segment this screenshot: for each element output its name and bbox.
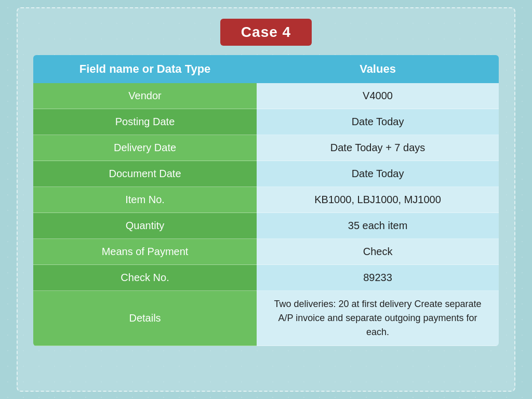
page-container: Case 4 Field name or Data Type Values Ve… <box>17 7 515 392</box>
value-cell-quantity: 35 each item <box>257 213 499 239</box>
value-cell-posting-date: Date Today <box>257 109 499 135</box>
field-cell-details: Details <box>33 291 257 346</box>
table-row: Item No.KB1000, LBJ1000, MJ1000 <box>33 187 499 213</box>
field-cell-document-date: Document Date <box>33 161 257 187</box>
case-title: Case 4 <box>220 19 312 46</box>
value-cell-details: Two deliveries: 20 at first delivery Cre… <box>257 291 499 346</box>
table-row: VendorV4000 <box>33 83 499 109</box>
col-header-field: Field name or Data Type <box>33 55 257 83</box>
table-row: Posting DateDate Today <box>33 109 499 135</box>
value-cell-document-date: Date Today <box>257 161 499 187</box>
table-row: Delivery DateDate Today + 7 days <box>33 135 499 161</box>
table-row: Document DateDate Today <box>33 161 499 187</box>
table-row: Quantity35 each item <box>33 213 499 239</box>
field-cell-quantity: Quantity <box>33 213 257 239</box>
data-table: Field name or Data Type Values VendorV40… <box>33 55 499 346</box>
field-cell-posting-date: Posting Date <box>33 109 257 135</box>
field-cell-check-no: Check No. <box>33 265 257 291</box>
value-cell-means-of-payment: Check <box>257 239 499 265</box>
value-cell-item-no: KB1000, LBJ1000, MJ1000 <box>257 187 499 213</box>
field-cell-vendor: Vendor <box>33 83 257 109</box>
value-cell-delivery-date: Date Today + 7 days <box>257 135 499 161</box>
table-row: Means of PaymentCheck <box>33 239 499 265</box>
table-row: DetailsTwo deliveries: 20 at first deliv… <box>33 291 499 346</box>
col-header-values: Values <box>257 55 499 83</box>
field-cell-delivery-date: Delivery Date <box>33 135 257 161</box>
field-cell-item-no: Item No. <box>33 187 257 213</box>
value-cell-check-no: 89233 <box>257 265 499 291</box>
table-row: Check No.89233 <box>33 265 499 291</box>
value-cell-vendor: V4000 <box>257 83 499 109</box>
field-cell-means-of-payment: Means of Payment <box>33 239 257 265</box>
